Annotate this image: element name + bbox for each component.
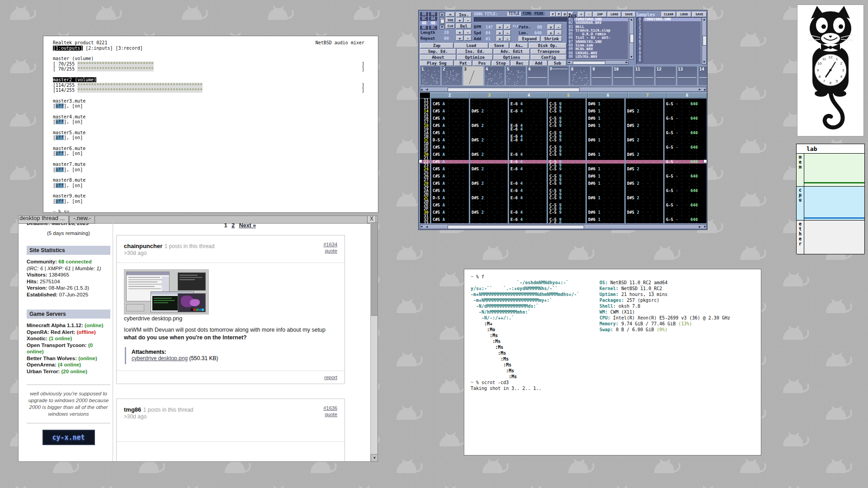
pattern-cell[interactable]: · · · · · <box>624 174 663 178</box>
menu-button-smp-ed-[interactable]: Smp. Ed. <box>420 49 456 54</box>
pattern-cell[interactable]: D#6 1 · · · · <box>585 109 624 113</box>
pattern-cell[interactable]: C#5 A · · · · <box>430 167 469 171</box>
mixer-mute-on-option[interactable]: on <box>75 199 80 204</box>
post-author[interactable]: tmg86 <box>124 406 141 413</box>
pattern-cell[interactable]: · · · · · <box>663 135 702 138</box>
pattern-row[interactable]: 26C#5 A · · · ·· · · · ·· · · · ·C-5 9 ·… <box>420 174 707 178</box>
pattern-cell[interactable]: D#5 2 · · · · <box>469 182 508 185</box>
pattern-row[interactable]: 2B· · · · ·· · · · ·· · · · ·C-5 9 · · ·… <box>420 192 707 196</box>
pattern-cell[interactable]: · · · · · <box>547 127 585 131</box>
pattern-cell[interactable]: · · · · · <box>469 200 508 203</box>
sample-item[interactable]: 3 <box>637 29 701 33</box>
pattern-cell[interactable]: · · · · · <box>430 192 469 196</box>
sample-item[interactable]: 8 <box>637 47 701 51</box>
pattern-cell[interactable]: C#5 A · · · · <box>430 174 469 178</box>
sample-vscroll[interactable]: ▲ ▼ <box>702 17 707 65</box>
pattern-cell[interactable]: D#6 1 · · · · <box>585 211 624 214</box>
menu-button-zap[interactable]: Zap <box>420 43 453 48</box>
pattern-cell[interactable]: · · · · · <box>508 120 547 124</box>
instrument-button--[interactable]: - <box>585 12 592 17</box>
pattern-cell[interactable]: · · · · · <box>663 138 702 142</box>
mixer-mute-on-option[interactable]: on <box>75 119 80 124</box>
add-minus-button[interactable]: - <box>504 36 511 41</box>
pattern-cell[interactable]: · · · · · <box>624 156 663 160</box>
pattern-cell[interactable]: · · · · · <box>469 189 508 192</box>
pattern-cell[interactable]: C#5 A · · · · <box>430 124 469 127</box>
expand-button[interactable]: Expand <box>519 36 540 42</box>
pattern-cell[interactable]: · · · · · <box>585 156 624 160</box>
menu-button-adv-edit[interactable]: Adv. Edit <box>494 49 530 54</box>
pattern-cell[interactable]: C#5 A · · · · <box>430 211 469 214</box>
position-list[interactable]: 0B090C0A0D0B0E0C <box>420 12 439 30</box>
pattern-row[interactable]: 19· · · · ·· · · · ·E-6 4 · · · ·· · · ·… <box>420 127 707 131</box>
pattern-cell[interactable]: D#5 2 · · · · <box>624 109 663 113</box>
pattern-row[interactable]: 14C#5 A · · · ·D#5 2 · · · ·E-6 4 · · · … <box>420 109 707 113</box>
pattern-thumbnail-8[interactable]: 8 <box>570 66 590 86</box>
pattern-row[interactable]: 18C#5 A · · · ·D#5 2 · · · ·E-6 4 · · · … <box>420 124 707 127</box>
pattern-cell[interactable]: C#5 A · · · · <box>430 102 469 106</box>
pattern-cell[interactable]: D#6 1 · · · · <box>585 138 624 142</box>
pattern-cell[interactable]: · · · · · <box>624 113 663 117</box>
sample-item[interactable]: 4 <box>637 33 701 36</box>
pattern-cell[interactable]: · · · · · <box>430 171 469 174</box>
pattern-cell[interactable]: · · · · · <box>585 203 624 207</box>
pattern-row[interactable]: 32C#5 A · · · ·· · · · ·E-6 4 · · · ·C-5… <box>420 218 707 221</box>
pattern-cell[interactable]: C-5 9 · · · · <box>547 138 585 142</box>
pattern-cell[interactable]: · · · · · <box>469 145 508 149</box>
pattern-cell[interactable]: · · · · · <box>430 113 469 117</box>
pattern-cell[interactable]: · · · · · <box>663 207 702 211</box>
menu-button-disk-op-[interactable]: Disk Op. <box>529 43 566 48</box>
pattern-cell[interactable]: E-6 4 · · · · <box>508 102 547 106</box>
pattern-cell[interactable]: C-5 9 · · · · <box>547 211 585 214</box>
pattern-cell[interactable]: · · · · · <box>430 207 469 211</box>
mixer-tab[interactable]: [3:record] <box>116 46 143 51</box>
pattern-cell[interactable]: · · · · · <box>430 106 469 109</box>
instrument-button-+[interactable]: + <box>578 12 585 17</box>
title-tab-title[interactable]: TITLE <box>507 12 521 16</box>
post-id-link[interactable]: #1634 <box>323 242 337 247</box>
post-quote-link[interactable]: quote <box>325 248 337 253</box>
pattern-cell[interactable]: · · · · · <box>663 164 702 167</box>
menu-button-ins-ed-[interactable]: Ins. Ed. <box>457 49 493 54</box>
pattern-cell[interactable]: D#5 2 · · · · <box>469 124 508 127</box>
pattern-cell[interactable]: · · · · · <box>469 218 508 221</box>
pattern-cell[interactable]: D#5 2 · · · · <box>624 138 663 142</box>
pattern-row[interactable]: 2EC#5 A · · · ·· · · · ·· · · · ·C-5 9 ·… <box>420 203 707 207</box>
sample-item[interactable]: 5 <box>637 36 701 40</box>
pattern-row[interactable]: 31· · · · ·· · · · ·· · · · ·· · · · ·· … <box>420 214 707 218</box>
pattern-cell[interactable]: · · · · · <box>430 164 469 167</box>
title-tab-peak[interactable]: PEAK <box>533 12 544 16</box>
pattern-cell[interactable]: G-5 · · · 640 <box>663 160 702 164</box>
patlen-plus-button[interactable]: + <box>547 30 554 35</box>
pattern-cell[interactable]: · · · · · <box>547 214 585 218</box>
pattern-cell[interactable]: · · · · · <box>508 178 547 182</box>
pattern-cell[interactable]: · · · · · <box>430 200 469 203</box>
pattern-cell[interactable]: · · · · · <box>624 117 663 120</box>
pattern-cell[interactable]: · · · · · <box>469 127 508 131</box>
position-scrollbar[interactable] <box>439 17 444 24</box>
pattern-cell[interactable]: · · · · · <box>663 182 702 185</box>
pattern-cell[interactable]: · · · · · <box>585 164 624 167</box>
mixer-mute-on-option[interactable]: on <box>75 135 80 140</box>
instrument-button-zap[interactable]: ZAP <box>593 12 607 17</box>
pattern-cell[interactable]: · · · · · <box>585 145 624 149</box>
menu-button-sub[interactable]: Sub <box>548 61 566 66</box>
pattern-row[interactable]: 30C#5 A · · · ·D#5 2 · · · ·E-6 4 · · · … <box>420 211 707 214</box>
pattern-thumbnail-5[interactable]: 5 <box>505 66 526 86</box>
pattern-cell[interactable]: · · · · · <box>624 135 663 138</box>
pattern-thumbnail-9[interactable]: 9 <box>591 66 612 86</box>
pattern-thumbnail-1[interactable]: 1 <box>420 66 441 86</box>
pattern-cell[interactable]: · · · · · <box>430 127 469 131</box>
pattern-cell[interactable]: · · · · · <box>663 211 702 214</box>
pattern-cell[interactable]: · · · · · <box>663 167 702 171</box>
pattern-cell[interactable]: · · · · · <box>547 200 585 203</box>
pattern-cell[interactable]: · · · · · <box>624 189 663 192</box>
pattern-thumbnail-6[interactable]: 6 <box>527 66 547 86</box>
pattern-cell[interactable]: C#5 A · · · · <box>430 153 469 156</box>
pattern-row[interactable]: 1D· · · · ·· · · · ·· · · · ·· · · · ·· … <box>420 142 707 145</box>
pattern-cell[interactable]: · · · · · <box>469 113 508 117</box>
sample-button-clear[interactable]: CLEAR <box>661 12 676 17</box>
pattern-cell[interactable]: · · · · · <box>469 178 508 182</box>
pattern-cell[interactable]: D#6 1 · · · · <box>585 124 624 127</box>
patlen-minus-button[interactable]: - <box>555 30 562 35</box>
